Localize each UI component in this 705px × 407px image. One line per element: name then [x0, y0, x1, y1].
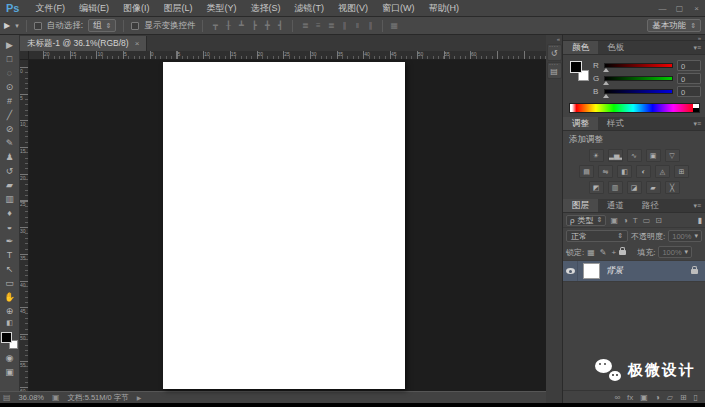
align-top-edges-icon[interactable]: ┳: [210, 21, 220, 30]
green-slider[interactable]: [604, 76, 673, 81]
eraser-tool[interactable]: ▰: [5, 178, 14, 192]
adj-hue-saturation-icon[interactable]: ▤: [579, 165, 594, 178]
tab-channels[interactable]: 通道: [598, 199, 633, 212]
tool-preset-caret-icon[interactable]: ▾: [15, 22, 19, 30]
foreground-color-swatch[interactable]: [1, 332, 12, 343]
path-selection-tool[interactable]: ↖: [4, 262, 15, 276]
tab-layers[interactable]: 图层: [563, 199, 598, 212]
tab-close-icon[interactable]: ×: [135, 39, 140, 48]
panel-menu-icon[interactable]: ▾≡: [693, 120, 705, 128]
menu-item[interactable]: 窗口(W): [375, 2, 422, 15]
hand-tool[interactable]: ✋: [4, 290, 15, 304]
maximize-button[interactable]: ▢: [671, 4, 688, 13]
layer-thumbnail[interactable]: [583, 263, 600, 279]
adj-gradient-map-icon[interactable]: ▰: [646, 181, 661, 194]
lock-transparency-icon[interactable]: ▦: [587, 248, 595, 257]
type-tool[interactable]: T: [4, 248, 15, 262]
zoom-tool[interactable]: ⊕: [4, 304, 15, 318]
menu-item[interactable]: 编辑(E): [72, 2, 116, 15]
add-layer-mask-icon[interactable]: ▣: [640, 393, 648, 402]
link-layers-icon[interactable]: ∞: [614, 393, 620, 402]
current-tool-icon[interactable]: ▶: [4, 21, 10, 30]
gradient-tool[interactable]: ▥: [5, 192, 14, 206]
filter-pixel-layers-icon[interactable]: ▣: [610, 216, 618, 225]
filter-type-layers-icon[interactable]: T: [633, 216, 638, 225]
panel-menu-icon[interactable]: ▾≡: [693, 44, 705, 52]
tab-adjustments[interactable]: 调整: [563, 117, 598, 130]
eye-cell[interactable]: [563, 261, 578, 281]
distribute-horizontal-centers-icon[interactable]: ‖: [352, 21, 362, 30]
default-colors-icon[interactable]: ◧: [0, 318, 19, 328]
align-vertical-centers-icon[interactable]: ╂: [223, 21, 233, 30]
clone-stamp-tool[interactable]: ♟: [5, 150, 14, 164]
lock-all-icon[interactable]: [619, 250, 626, 255]
delete-layer-icon[interactable]: ▯: [694, 393, 698, 402]
adj-invert-icon[interactable]: ◩: [589, 181, 604, 194]
zoom-level-field[interactable]: 36.08%: [19, 393, 44, 402]
menu-item[interactable]: 文件(F): [28, 2, 72, 15]
opacity-field[interactable]: 100% ▾: [668, 230, 702, 242]
lock-position-icon[interactable]: +: [612, 248, 617, 257]
menu-item[interactable]: 帮助(H): [421, 2, 466, 15]
auto-select-dropdown[interactable]: 组 ⇕: [88, 19, 116, 32]
blue-slider[interactable]: [604, 89, 673, 94]
align-right-edges-icon[interactable]: ┫: [275, 21, 285, 30]
rectangular-marquee-tool[interactable]: □: [5, 52, 14, 66]
brush-tool[interactable]: ✎: [5, 136, 14, 150]
collapse-panels-icon[interactable]: »: [698, 35, 705, 41]
eyedropper-tool[interactable]: ╱: [5, 108, 14, 122]
menu-item[interactable]: 图层(L): [156, 2, 199, 15]
document-canvas[interactable]: [163, 62, 405, 389]
align-left-edges-icon[interactable]: ┣: [249, 21, 259, 30]
red-value-field[interactable]: 0: [677, 60, 701, 71]
pen-tool[interactable]: ✒: [4, 234, 15, 248]
adj-vibrance-icon[interactable]: ▽: [665, 149, 680, 162]
align-bottom-edges-icon[interactable]: ┻: [236, 21, 246, 30]
spot-healing-brush-tool[interactable]: ⊘: [5, 122, 14, 136]
layer-row-background[interactable]: 背景: [563, 260, 705, 282]
filter-adjustment-layers-icon[interactable]: ◑: [623, 216, 628, 225]
adj-brightness-contrast-icon[interactable]: ☀: [589, 149, 604, 162]
align-horizontal-centers-icon[interactable]: ╋: [262, 21, 272, 30]
blur-tool[interactable]: ♦: [4, 206, 15, 220]
tab-paths[interactable]: 路径: [633, 199, 668, 212]
history-panel-button[interactable]: •••• ↺: [547, 44, 562, 61]
new-adjustment-layer-icon[interactable]: ◑: [655, 393, 660, 402]
auto-align-layers-icon[interactable]: ▦: [390, 21, 398, 30]
tab-styles[interactable]: 样式: [598, 117, 633, 130]
document-tab[interactable]: 未标题-1 @ 36.1%(RGB/8) ×: [20, 36, 147, 51]
adj-posterize-icon[interactable]: ▥: [608, 181, 623, 194]
workspace-switcher[interactable]: 基本功能 ⇕: [647, 19, 701, 32]
adj-channel-mixer-icon[interactable]: ◬: [655, 165, 670, 178]
filter-toggle-icon[interactable]: ▮: [698, 216, 702, 225]
close-button[interactable]: ×: [688, 4, 705, 13]
filter-smart-objects-icon[interactable]: ⊡: [655, 216, 662, 225]
layer-styles-icon[interactable]: fx: [627, 393, 633, 402]
filter-kind-dropdown[interactable]: ρ 类型 ⇕: [566, 215, 606, 226]
minimize-button[interactable]: —: [654, 4, 671, 13]
quick-selection-tool[interactable]: ⊙: [5, 80, 14, 94]
panel-menu-icon[interactable]: ▾≡: [693, 202, 705, 210]
adj-threshold-icon[interactable]: ◪: [627, 181, 642, 194]
distribute-left-edges-icon[interactable]: ∥: [339, 21, 349, 30]
new-layer-icon[interactable]: ⊞: [680, 393, 687, 402]
tab-swatches[interactable]: 色板: [598, 41, 633, 54]
adj-photo-filter-icon[interactable]: ◐: [636, 165, 651, 178]
menu-item[interactable]: 视图(V): [331, 2, 375, 15]
new-group-icon[interactable]: ▱: [667, 393, 673, 402]
fill-field[interactable]: 100% ▾: [658, 246, 692, 258]
adj-curves-icon[interactable]: ∿: [627, 149, 642, 162]
adj-selective-color-icon[interactable]: ╳: [665, 181, 680, 194]
quick-mask-mode-icon[interactable]: ◉: [5, 351, 14, 365]
history-brush-tool[interactable]: ↺: [5, 164, 14, 178]
distribute-top-edges-icon[interactable]: ≣: [300, 21, 310, 30]
dodge-tool[interactable]: ◒: [4, 220, 15, 234]
adj-color-lookup-icon[interactable]: ⊞: [674, 165, 689, 178]
green-value-field[interactable]: 0: [677, 73, 701, 84]
adj-color-balance-icon[interactable]: ⇋: [598, 165, 613, 178]
menu-item[interactable]: 图像(I): [116, 2, 157, 15]
rectangle-tool[interactable]: ▭: [4, 276, 15, 290]
adj-black-white-icon[interactable]: ◧: [617, 165, 632, 178]
foreground-color-swatch[interactable]: [570, 61, 582, 73]
auto-select-checkbox[interactable]: [34, 22, 42, 30]
